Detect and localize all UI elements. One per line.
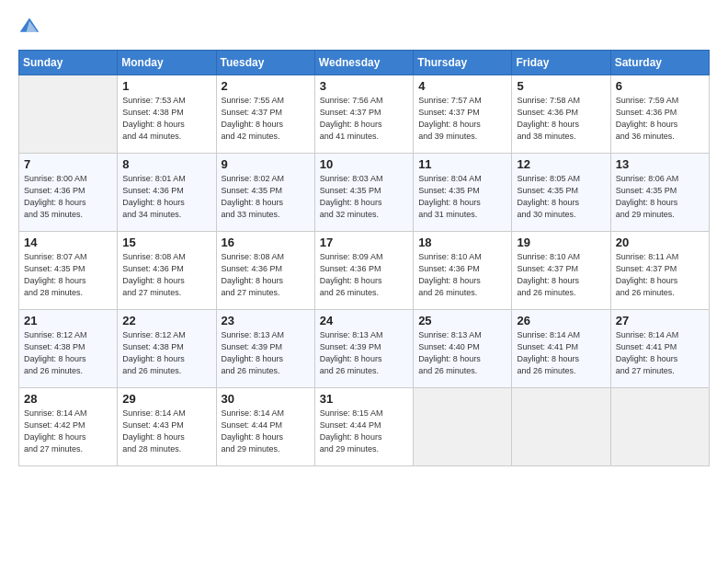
header-row: SundayMondayTuesdayWednesdayThursdayFrid… <box>19 51 710 75</box>
day-cell: 9Sunrise: 8:02 AM Sunset: 4:35 PM Daylig… <box>216 154 314 232</box>
day-number: 10 <box>320 157 408 171</box>
day-number: 26 <box>517 314 605 327</box>
calendar-header: SundayMondayTuesdayWednesdayThursdayFrid… <box>19 51 710 75</box>
day-cell: 19Sunrise: 8:10 AM Sunset: 4:37 PM Dayli… <box>512 232 610 310</box>
week-row-5: 28Sunrise: 8:14 AM Sunset: 4:42 PM Dayli… <box>19 388 710 466</box>
day-number: 17 <box>320 236 408 249</box>
day-cell: 11Sunrise: 8:04 AM Sunset: 4:35 PM Dayli… <box>414 154 512 232</box>
day-info: Sunrise: 8:08 AM Sunset: 4:36 PM Dayligh… <box>222 251 310 299</box>
day-number: 24 <box>320 314 408 327</box>
day-cell: 23Sunrise: 8:13 AM Sunset: 4:39 PM Dayli… <box>216 310 314 388</box>
day-cell: 29Sunrise: 8:14 AM Sunset: 4:43 PM Dayli… <box>118 388 216 466</box>
day-number: 3 <box>320 79 408 93</box>
week-row-1: 1Sunrise: 7:53 AM Sunset: 4:38 PM Daylig… <box>19 75 710 154</box>
day-cell: 15Sunrise: 8:08 AM Sunset: 4:36 PM Dayli… <box>118 232 216 310</box>
day-cell <box>610 388 709 466</box>
day-info: Sunrise: 8:08 AM Sunset: 4:36 PM Dayligh… <box>122 251 210 299</box>
day-info: Sunrise: 8:10 AM Sunset: 4:36 PM Dayligh… <box>418 251 506 299</box>
header-cell-monday: Monday <box>118 51 216 75</box>
header-cell-tuesday: Tuesday <box>216 51 314 75</box>
day-info: Sunrise: 8:14 AM Sunset: 4:43 PM Dayligh… <box>122 408 210 455</box>
day-cell: 2Sunrise: 7:55 AM Sunset: 4:37 PM Daylig… <box>216 75 314 154</box>
day-number: 4 <box>418 79 506 93</box>
day-info: Sunrise: 8:06 AM Sunset: 4:35 PM Dayligh… <box>616 173 704 221</box>
day-info: Sunrise: 8:05 AM Sunset: 4:35 PM Dayligh… <box>517 173 605 221</box>
day-info: Sunrise: 8:00 AM Sunset: 4:36 PM Dayligh… <box>24 173 112 221</box>
day-cell: 25Sunrise: 8:13 AM Sunset: 4:40 PM Dayli… <box>414 310 512 388</box>
day-info: Sunrise: 8:15 AM Sunset: 4:44 PM Dayligh… <box>320 408 408 455</box>
logo-icon <box>18 15 40 37</box>
day-cell: 30Sunrise: 8:14 AM Sunset: 4:44 PM Dayli… <box>216 388 314 466</box>
day-number: 7 <box>24 157 112 171</box>
day-cell: 31Sunrise: 8:15 AM Sunset: 4:44 PM Dayli… <box>314 388 413 466</box>
day-info: Sunrise: 8:01 AM Sunset: 4:36 PM Dayligh… <box>122 173 210 221</box>
day-cell: 27Sunrise: 8:14 AM Sunset: 4:41 PM Dayli… <box>610 310 709 388</box>
day-number: 2 <box>222 79 310 93</box>
calendar-table: SundayMondayTuesdayWednesdayThursdayFrid… <box>18 50 710 466</box>
day-cell: 16Sunrise: 8:08 AM Sunset: 4:36 PM Dayli… <box>216 232 314 310</box>
header-cell-wednesday: Wednesday <box>314 51 413 75</box>
header-cell-friday: Friday <box>512 51 610 75</box>
day-number: 18 <box>418 236 506 249</box>
week-row-3: 14Sunrise: 8:07 AM Sunset: 4:35 PM Dayli… <box>19 232 710 310</box>
day-info: Sunrise: 8:13 AM Sunset: 4:40 PM Dayligh… <box>418 329 506 377</box>
day-cell: 6Sunrise: 7:59 AM Sunset: 4:36 PM Daylig… <box>610 75 709 154</box>
day-info: Sunrise: 7:57 AM Sunset: 4:37 PM Dayligh… <box>418 95 506 143</box>
day-cell: 12Sunrise: 8:05 AM Sunset: 4:35 PM Dayli… <box>512 154 610 232</box>
day-number: 8 <box>122 157 210 171</box>
day-number: 9 <box>222 157 310 171</box>
day-cell: 17Sunrise: 8:09 AM Sunset: 4:36 PM Dayli… <box>314 232 413 310</box>
day-number: 27 <box>616 314 704 327</box>
day-number: 5 <box>517 79 605 93</box>
day-cell: 8Sunrise: 8:01 AM Sunset: 4:36 PM Daylig… <box>118 154 216 232</box>
day-number: 29 <box>122 392 210 406</box>
day-cell: 22Sunrise: 8:12 AM Sunset: 4:38 PM Dayli… <box>118 310 216 388</box>
header-cell-saturday: Saturday <box>610 51 709 75</box>
day-number: 28 <box>24 392 112 406</box>
day-number: 1 <box>122 79 210 93</box>
day-cell <box>512 388 610 466</box>
day-info: Sunrise: 8:02 AM Sunset: 4:35 PM Dayligh… <box>222 173 310 221</box>
day-info: Sunrise: 7:53 AM Sunset: 4:38 PM Dayligh… <box>122 95 210 143</box>
day-info: Sunrise: 8:14 AM Sunset: 4:42 PM Dayligh… <box>24 408 112 455</box>
day-cell: 3Sunrise: 7:56 AM Sunset: 4:37 PM Daylig… <box>314 75 413 154</box>
day-number: 21 <box>24 314 112 327</box>
day-cell: 18Sunrise: 8:10 AM Sunset: 4:36 PM Dayli… <box>414 232 512 310</box>
day-number: 22 <box>122 314 210 327</box>
day-number: 12 <box>517 157 605 171</box>
day-info: Sunrise: 8:09 AM Sunset: 4:36 PM Dayligh… <box>320 251 408 299</box>
day-cell: 26Sunrise: 8:14 AM Sunset: 4:41 PM Dayli… <box>512 310 610 388</box>
day-cell: 1Sunrise: 7:53 AM Sunset: 4:38 PM Daylig… <box>118 75 216 154</box>
page-header <box>18 15 710 37</box>
day-info: Sunrise: 8:07 AM Sunset: 4:35 PM Dayligh… <box>24 251 112 299</box>
day-info: Sunrise: 8:14 AM Sunset: 4:41 PM Dayligh… <box>616 329 704 377</box>
day-cell: 24Sunrise: 8:13 AM Sunset: 4:39 PM Dayli… <box>314 310 413 388</box>
week-row-4: 21Sunrise: 8:12 AM Sunset: 4:38 PM Dayli… <box>19 310 710 388</box>
day-cell: 21Sunrise: 8:12 AM Sunset: 4:38 PM Dayli… <box>19 310 118 388</box>
day-info: Sunrise: 8:12 AM Sunset: 4:38 PM Dayligh… <box>122 329 210 377</box>
day-number: 31 <box>320 392 408 406</box>
week-row-2: 7Sunrise: 8:00 AM Sunset: 4:36 PM Daylig… <box>19 154 710 232</box>
day-info: Sunrise: 8:12 AM Sunset: 4:38 PM Dayligh… <box>24 329 112 377</box>
header-cell-sunday: Sunday <box>19 51 118 75</box>
day-info: Sunrise: 8:04 AM Sunset: 4:35 PM Dayligh… <box>418 173 506 221</box>
day-info: Sunrise: 7:58 AM Sunset: 4:36 PM Dayligh… <box>517 95 605 143</box>
day-info: Sunrise: 8:14 AM Sunset: 4:44 PM Dayligh… <box>222 408 310 455</box>
day-info: Sunrise: 8:14 AM Sunset: 4:41 PM Dayligh… <box>517 329 605 377</box>
day-number: 11 <box>418 157 506 171</box>
day-number: 20 <box>616 236 704 249</box>
day-info: Sunrise: 8:13 AM Sunset: 4:39 PM Dayligh… <box>320 329 408 377</box>
header-cell-thursday: Thursday <box>414 51 512 75</box>
day-cell: 14Sunrise: 8:07 AM Sunset: 4:35 PM Dayli… <box>19 232 118 310</box>
day-info: Sunrise: 8:13 AM Sunset: 4:39 PM Dayligh… <box>222 329 310 377</box>
day-cell: 28Sunrise: 8:14 AM Sunset: 4:42 PM Dayli… <box>19 388 118 466</box>
day-info: Sunrise: 7:56 AM Sunset: 4:37 PM Dayligh… <box>320 95 408 143</box>
logo <box>18 15 44 37</box>
day-number: 6 <box>616 79 704 93</box>
day-cell <box>414 388 512 466</box>
day-cell: 10Sunrise: 8:03 AM Sunset: 4:35 PM Dayli… <box>314 154 413 232</box>
day-number: 25 <box>418 314 506 327</box>
day-number: 15 <box>122 236 210 249</box>
day-number: 13 <box>616 157 704 171</box>
day-info: Sunrise: 7:55 AM Sunset: 4:37 PM Dayligh… <box>222 95 310 143</box>
